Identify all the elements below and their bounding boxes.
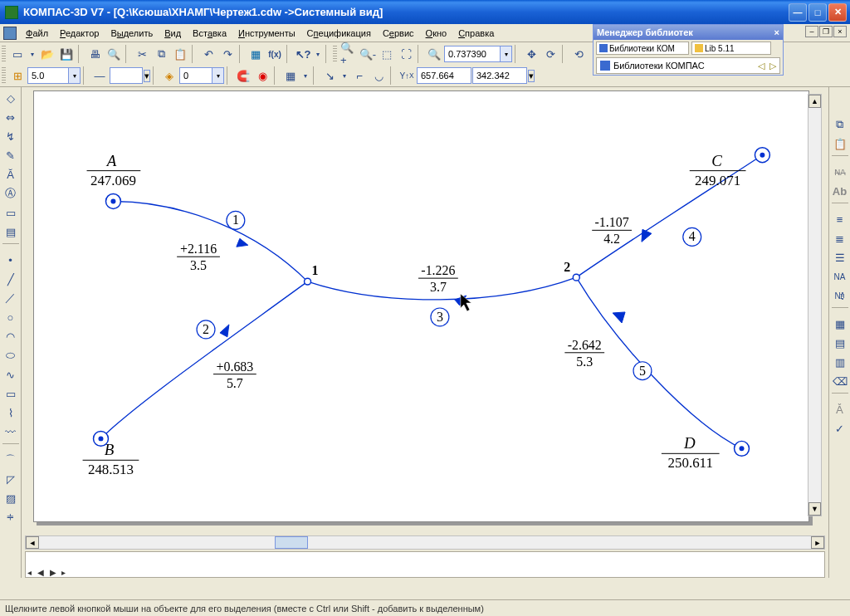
chamfer-button[interactable]: ◸	[2, 470, 20, 488]
edge-5[interactable]	[576, 277, 741, 448]
local-cs-button[interactable]: ↘	[320, 66, 339, 85]
copy-button[interactable]: ⧉	[152, 45, 170, 63]
library-prev-icon[interactable]: ◁	[758, 61, 765, 71]
menu-insert[interactable]: Вставка	[187, 27, 232, 40]
menu-view[interactable]: Вид	[159, 27, 187, 40]
arc-button[interactable]: ◠	[2, 327, 20, 345]
minimize-button[interactable]: —	[789, 3, 807, 22]
scroll-up-button[interactable]: ▲	[808, 95, 821, 108]
grip-icon[interactable]	[2, 46, 6, 62]
polyline-button[interactable]: ⌇	[2, 403, 20, 422]
step-field[interactable]: 5.0 ▾	[27, 67, 81, 84]
open-button[interactable]: 📂	[38, 45, 56, 63]
insert-row-button[interactable]: ▤	[831, 334, 849, 352]
horizontal-scrollbar[interactable]: ◄ ►	[25, 535, 825, 550]
new-doc-dropdown[interactable]: ▾	[27, 45, 37, 63]
coord-y[interactable]: 342.342	[472, 67, 527, 84]
coord-x[interactable]: 657.664	[417, 67, 471, 84]
library-tab-2[interactable]: Lib 5.11	[691, 42, 771, 55]
edge-1-circle[interactable]: 1	[227, 211, 245, 229]
dimensions-tab-button[interactable]: ⇔	[2, 108, 20, 126]
coord-dropdown-icon[interactable]: ▾	[528, 70, 535, 82]
spline-button[interactable]: ∿	[2, 365, 20, 384]
symbols-tab-button[interactable]: ↯	[2, 127, 20, 145]
equidistant-button[interactable]: ⫩	[2, 508, 20, 526]
ellipse-button[interactable]: ⬭	[2, 346, 20, 364]
spell-check-button[interactable]: ✓	[831, 419, 849, 438]
maximize-button[interactable]: □	[808, 3, 827, 22]
measure-tab-button[interactable]: Ⓐ	[2, 184, 20, 203]
menu-file[interactable]: Файл	[20, 27, 54, 40]
aux-line-button[interactable]: ╱	[2, 270, 20, 288]
style-preview[interactable]	[110, 67, 143, 84]
rotate-view-button[interactable]: ⟳	[541, 45, 559, 63]
canvas-viewport[interactable]: A 247.069 B 248.513 C 249.071 D 250.611	[25, 90, 825, 534]
library-active-tab[interactable]: Библиотеки КОМПАС ◁ ▷	[596, 57, 780, 74]
grid-button[interactable]: ▦	[281, 66, 300, 85]
text-ab-button[interactable]: Ab	[831, 182, 849, 200]
save-button[interactable]: 💾	[57, 45, 76, 63]
variables-button[interactable]: f(x)	[266, 45, 284, 63]
zoom-out-button[interactable]: 🔍-	[359, 45, 377, 63]
table-button[interactable]: ▦	[831, 315, 849, 333]
pan-button[interactable]: ✥	[522, 45, 540, 63]
menu-select[interactable]: Выделить	[105, 27, 159, 40]
edge-5-circle[interactable]: 5	[633, 362, 652, 380]
drawing-paper[interactable]: A 247.069 B 248.513 C 249.071 D 250.611	[33, 90, 809, 522]
zoom-dropdown-icon[interactable]: ▾	[501, 46, 512, 62]
node-a[interactable]	[105, 194, 120, 209]
menu-tools[interactable]: Инструменты	[232, 27, 301, 40]
local-cs-dropdown[interactable]: ▾	[340, 66, 349, 85]
ortho-button[interactable]: ⌐	[350, 66, 369, 85]
edge-4-circle[interactable]: 4	[683, 227, 701, 246]
node-c[interactable]	[755, 148, 769, 163]
hatch-button[interactable]: ▨	[2, 489, 20, 507]
delete-button[interactable]: ⌫	[831, 372, 849, 390]
help-dropdown[interactable]: ▾	[313, 45, 323, 63]
select-tab-button[interactable]: ▭	[2, 203, 20, 222]
edge-2[interactable]	[100, 281, 307, 438]
paste-button[interactable]: 📋	[831, 134, 849, 153]
preview-button[interactable]: 🔍	[105, 45, 123, 63]
style-dropdown-icon[interactable]: ▾	[144, 70, 150, 82]
grid-dropdown[interactable]: ▾	[300, 66, 310, 85]
drawing-canvas[interactable]: A 247.069 B 248.513 C 249.071 D 250.611	[34, 91, 808, 521]
grip-icon[interactable]	[2, 67, 6, 84]
zoom-fit-button[interactable]: ⛶	[397, 45, 415, 63]
menu-spec[interactable]: Спецификация	[301, 27, 377, 40]
menu-service[interactable]: Сервис	[377, 27, 420, 40]
spec-tab-button[interactable]: ▤	[2, 222, 20, 241]
align-right-button[interactable]: ☰	[831, 248, 849, 266]
copy-button[interactable]: ⧉	[831, 115, 849, 134]
params-tab-button[interactable]: Ă	[2, 165, 20, 183]
edit-tab-button[interactable]: ✎	[2, 146, 20, 164]
font-icon[interactable]: Ǎ	[831, 400, 849, 418]
node-2[interactable]	[573, 274, 579, 281]
align-left-button[interactable]: ≡	[831, 210, 849, 228]
node-d[interactable]	[735, 441, 750, 456]
insert-col-button[interactable]: ▥	[831, 353, 849, 371]
zoom-in-button[interactable]: 🔍+	[340, 45, 358, 63]
menu-window[interactable]: Окно	[420, 27, 453, 40]
snap-settings-button[interactable]: ◉	[253, 66, 271, 85]
step-value[interactable]: 5.0	[27, 67, 69, 84]
scroll-thumb[interactable]	[275, 536, 308, 549]
redo-button[interactable]: ↷	[218, 45, 237, 63]
mdi-restore[interactable]: ❐	[819, 26, 833, 37]
geometry-tab-button[interactable]: ◇	[2, 89, 20, 107]
layer-dropdown-icon[interactable]: ▾	[212, 67, 224, 84]
snap-toggle-button[interactable]: 🧲	[234, 66, 252, 85]
manager-button[interactable]: ▦	[247, 45, 265, 63]
zoom-scale-icon[interactable]: 🔍	[425, 45, 443, 63]
print-button[interactable]: 🖶	[85, 45, 104, 63]
undo-button[interactable]: ↶	[199, 45, 217, 63]
library-manager-title-bar[interactable]: Менеджер библиотек ×	[594, 25, 783, 40]
library-tab-1[interactable]: Библиотеки КОМ	[596, 42, 689, 55]
scroll-right-button[interactable]: ►	[811, 536, 824, 549]
library-next-icon[interactable]: ▷	[769, 61, 776, 71]
menu-help[interactable]: Справка	[452, 27, 500, 40]
fillet-button[interactable]: ⌒	[2, 451, 20, 469]
close-button[interactable]: ✕	[828, 3, 847, 22]
zoom-window-button[interactable]: ⬚	[378, 45, 396, 63]
layer-field[interactable]: 0 ▾	[179, 67, 224, 84]
